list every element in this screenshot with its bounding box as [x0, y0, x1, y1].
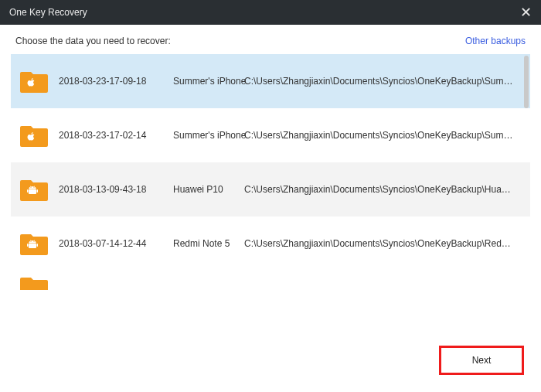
- scrollbar-thumb[interactable]: [524, 56, 529, 108]
- backup-list: 2018-03-23-17-09-18 Summer's iPhone C:\U…: [11, 54, 530, 290]
- backup-row[interactable]: 2018-03-07-14-12-44 Redmi Note 5 C:\User…: [11, 216, 530, 271]
- svg-rect-0: [29, 189, 36, 194]
- backup-row[interactable]: 2018-03-23-17-02-14 Summer's iPhone C:\U…: [11, 108, 530, 162]
- other-backups-link[interactable]: Other backups: [465, 36, 526, 46]
- subheader: Choose the data you need to recover: Oth…: [0, 25, 541, 54]
- folder-icon: [20, 275, 48, 290]
- footer: Next: [439, 346, 524, 375]
- backup-device: Summer's iPhone: [173, 76, 244, 87]
- folder-android-icon: [20, 232, 48, 255]
- close-icon[interactable]: ✕: [520, 5, 532, 19]
- backup-date: 2018-03-07-14-12-44: [59, 238, 173, 249]
- folder-android-icon: [20, 178, 48, 201]
- backup-path: C:\Users\Zhangjiaxin\Documents\Syncios\O…: [244, 238, 524, 249]
- backup-date: 2018-03-23-17-09-18: [59, 76, 173, 87]
- backup-row[interactable]: [11, 271, 530, 290]
- prompt-text: Choose the data you need to recover:: [15, 36, 171, 46]
- window-title: One Key Recovery: [9, 7, 87, 18]
- svg-rect-3: [29, 244, 36, 248]
- backup-date: 2018-03-13-09-43-18: [59, 184, 173, 195]
- backup-path: C:\Users\Zhangjiaxin\Documents\Syncios\O…: [244, 76, 524, 87]
- backup-path: C:\Users\Zhangjiaxin\Documents\Syncios\O…: [244, 184, 524, 195]
- backup-device: Huawei P10: [173, 184, 244, 195]
- backup-date: 2018-03-23-17-02-14: [59, 130, 173, 141]
- folder-apple-icon: [20, 124, 48, 147]
- backup-device: Summer's iPhone: [173, 130, 244, 141]
- svg-rect-4: [27, 244, 29, 247]
- svg-rect-1: [27, 189, 29, 193]
- next-button-label: Next: [472, 355, 492, 366]
- backup-path: C:\Users\Zhangjiaxin\Documents\Syncios\O…: [244, 130, 524, 141]
- folder-apple-icon: [20, 70, 48, 93]
- titlebar: One Key Recovery ✕: [0, 0, 541, 25]
- svg-rect-2: [37, 189, 39, 193]
- svg-rect-5: [37, 244, 39, 247]
- backup-row[interactable]: 2018-03-23-17-09-18 Summer's iPhone C:\U…: [11, 54, 530, 108]
- backup-device: Redmi Note 5: [173, 238, 244, 249]
- next-button[interactable]: Next: [439, 346, 524, 375]
- backup-row[interactable]: 2018-03-13-09-43-18 Huawei P10 C:\Users\…: [11, 162, 530, 216]
